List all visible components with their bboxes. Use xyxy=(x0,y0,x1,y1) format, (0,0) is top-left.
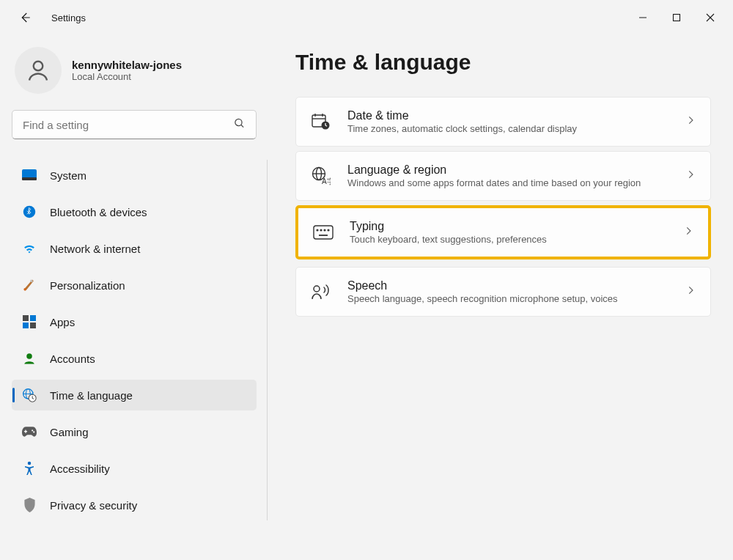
chevron-right-icon xyxy=(685,285,696,298)
nav-label: Apps xyxy=(50,316,75,328)
main-panel: Time & language Date & time Time zones, … xyxy=(268,35,733,560)
svg-point-20 xyxy=(32,430,33,431)
svg-rect-14 xyxy=(30,323,36,328)
card-desc: Speech language, speech recognition micr… xyxy=(347,293,669,304)
keyboard-icon xyxy=(313,225,334,240)
nav-label: System xyxy=(50,169,86,182)
nav: System Bluetooth & devices Network & int… xyxy=(12,160,268,520)
profile-name: kennywhitelaw-jones xyxy=(72,59,182,71)
card-typing[interactable]: Typing Touch keyboard, text suggestions,… xyxy=(295,205,711,259)
svg-point-15 xyxy=(26,353,32,359)
bluetooth-icon xyxy=(22,205,37,219)
card-title: Typing xyxy=(350,220,667,233)
svg-point-9 xyxy=(23,206,36,218)
titlebar: Settings xyxy=(0,0,733,35)
svg-point-33 xyxy=(317,229,318,231)
accessibility-icon xyxy=(22,461,37,476)
sidebar: kennywhitelaw-jones Local Account System xyxy=(0,35,268,560)
nav-time-language[interactable]: Time & language xyxy=(12,380,257,410)
card-title: Language & region xyxy=(347,163,669,177)
profile-type: Local Account xyxy=(72,71,182,82)
card-title: Speech xyxy=(347,279,669,292)
svg-point-4 xyxy=(34,62,43,71)
svg-point-22 xyxy=(28,462,32,465)
svg-rect-8 xyxy=(22,177,37,180)
nav-accounts[interactable]: Accounts xyxy=(12,343,257,374)
search-input[interactable] xyxy=(12,110,257,139)
chevron-right-icon xyxy=(685,115,696,128)
system-icon xyxy=(22,168,37,183)
window-title: Settings xyxy=(51,12,86,23)
maximize-icon xyxy=(672,13,681,22)
svg-rect-12 xyxy=(30,315,36,321)
avatar xyxy=(15,47,62,94)
nav-label: Personalization xyxy=(50,279,125,292)
nav-label: Privacy & security xyxy=(50,499,137,512)
nav-label: Gaming xyxy=(50,426,89,438)
nav-apps[interactable]: Apps xyxy=(12,306,257,337)
nav-label: Accessibility xyxy=(50,463,110,475)
maximize-button[interactable] xyxy=(660,6,693,29)
nav-label: Time & language xyxy=(50,389,133,402)
speech-icon xyxy=(311,284,331,300)
svg-point-36 xyxy=(328,229,329,231)
person-icon xyxy=(25,57,51,84)
card-date-time[interactable]: Date & time Time zones, automatic clock … xyxy=(295,97,711,147)
nav-network[interactable]: Network & internet xyxy=(12,233,257,264)
svg-point-35 xyxy=(324,229,325,231)
card-language-region[interactable]: A字 Language & region Windows and some ap… xyxy=(295,151,711,201)
nav-accessibility[interactable]: Accessibility xyxy=(12,453,257,484)
language-globe-icon: A字 xyxy=(311,166,331,185)
profile-block[interactable]: kennywhitelaw-jones Local Account xyxy=(12,47,268,94)
svg-point-21 xyxy=(33,431,34,432)
back-arrow-icon xyxy=(18,11,32,24)
nav-personalization[interactable]: Personalization xyxy=(12,270,257,301)
paintbrush-icon xyxy=(22,278,37,292)
card-desc: Time zones, automatic clock settings, ca… xyxy=(347,123,669,134)
gaming-icon xyxy=(22,424,37,439)
card-title: Date & time xyxy=(347,109,669,122)
globe-clock-icon xyxy=(22,388,37,402)
minimize-button[interactable] xyxy=(626,6,660,29)
card-speech[interactable]: Speech Speech language, speech recogniti… xyxy=(295,267,711,317)
svg-rect-1 xyxy=(674,15,680,21)
window-controls xyxy=(626,6,727,29)
svg-point-10 xyxy=(23,288,26,291)
nav-label: Accounts xyxy=(50,353,95,365)
close-button[interactable] xyxy=(693,6,727,29)
back-button[interactable] xyxy=(13,6,37,29)
close-icon xyxy=(706,13,715,22)
nav-label: Bluetooth & devices xyxy=(50,206,147,218)
svg-rect-11 xyxy=(23,315,29,321)
card-desc: Windows and some apps format dates and t… xyxy=(347,177,669,188)
svg-text:A字: A字 xyxy=(322,177,331,185)
svg-rect-13 xyxy=(23,323,29,328)
svg-point-38 xyxy=(314,286,320,292)
shield-icon xyxy=(22,498,37,512)
wifi-icon xyxy=(22,241,37,256)
minimize-icon xyxy=(638,13,647,22)
page-title: Time & language xyxy=(295,50,711,75)
nav-bluetooth[interactable]: Bluetooth & devices xyxy=(12,196,257,227)
card-desc: Touch keyboard, text suggestions, prefer… xyxy=(350,234,667,245)
nav-label: Network & internet xyxy=(50,243,140,255)
calendar-clock-icon xyxy=(311,113,331,130)
svg-rect-32 xyxy=(314,226,333,239)
nav-privacy[interactable]: Privacy & security xyxy=(12,490,257,520)
nav-gaming[interactable]: Gaming xyxy=(12,416,257,447)
chevron-right-icon xyxy=(685,169,696,183)
accounts-icon xyxy=(22,351,37,366)
chevron-right-icon xyxy=(683,226,693,239)
svg-point-34 xyxy=(320,229,322,231)
search-wrap xyxy=(12,110,268,139)
nav-system[interactable]: System xyxy=(12,160,257,191)
apps-icon xyxy=(22,314,37,329)
